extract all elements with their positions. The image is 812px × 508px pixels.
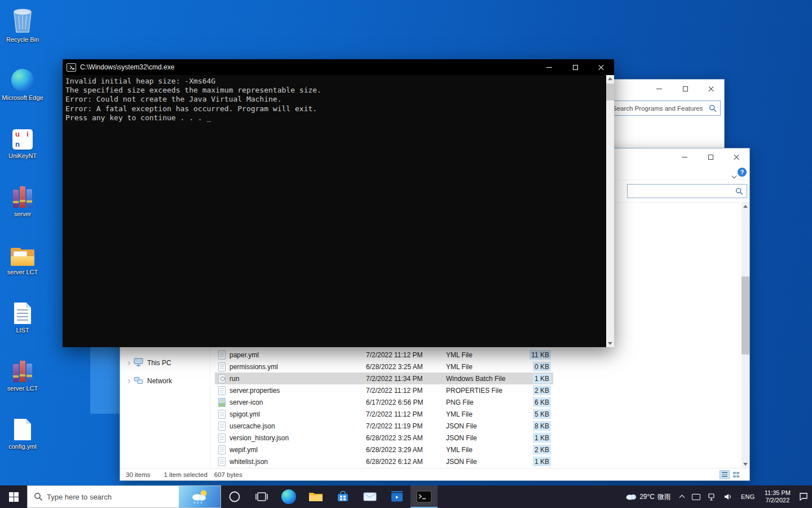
file-type: JSON File (446, 434, 525, 442)
file-type: YML File (446, 351, 525, 359)
task-view-button[interactable] (248, 485, 275, 508)
network-button[interactable] (704, 485, 720, 508)
desktop-icon-server-lct[interactable]: server LCT (1, 351, 44, 409)
network-icon (134, 376, 143, 386)
minimize-button[interactable] (672, 148, 698, 165)
desktop-icon-config-yml[interactable]: config.yml (1, 409, 44, 467)
console-line: Press any key to continue . . . _ (65, 113, 611, 122)
file-type-icon (218, 398, 226, 407)
scroll-down-icon[interactable] (608, 342, 612, 345)
console-line: Error: A fatal exception has occurred. P… (65, 104, 611, 113)
start-button[interactable] (0, 485, 27, 508)
file-name: run (230, 375, 366, 383)
sidebar-item-network[interactable]: Network (127, 374, 210, 388)
file-size: 5 KB (525, 410, 551, 418)
weather-temp: 29°C (639, 493, 655, 501)
scroll-up-icon[interactable] (743, 205, 748, 208)
programs-search-input[interactable] (608, 105, 709, 112)
file-type-icon (218, 386, 226, 395)
file-row[interactable]: wepif.yml6/28/2022 3:29 AMYML File2 KB (215, 444, 553, 456)
minimize-button[interactable] (536, 59, 562, 75)
taskbar-search-input[interactable] (47, 493, 176, 501)
explorer-search-input[interactable] (628, 188, 735, 195)
taskbar-movies-button[interactable] (383, 485, 411, 508)
details-view-button[interactable] (720, 471, 729, 479)
file-row[interactable]: usercache.json7/2/2022 11:19 PMJSON File… (215, 420, 553, 432)
maximize-button[interactable] (672, 80, 698, 98)
file-row[interactable]: server.properties7/2/2022 11:12 PMPROPER… (215, 384, 553, 396)
file-name: usercache.json (230, 422, 366, 430)
file-date-modified: 6/17/2022 6:56 PM (366, 398, 446, 406)
file-type-icon (218, 374, 226, 383)
search-highlight-weather-image[interactable] (179, 486, 220, 507)
unikey-icon: uin (12, 121, 33, 150)
scrollbar-thumb[interactable] (742, 277, 749, 354)
help-button[interactable]: ? (738, 168, 747, 177)
action-center-button[interactable] (795, 485, 812, 508)
wallpaper-light-beam (90, 347, 120, 414)
taskbar-edge-button[interactable] (275, 485, 302, 508)
sidebar-item-this-pc[interactable]: This PC (127, 356, 210, 370)
programs-search-box[interactable] (608, 100, 721, 116)
desktop-icon-label: UniKeyNT (8, 152, 37, 160)
desktop-icon-label: server LCT (7, 385, 38, 392)
taskbar-mail-button[interactable] (356, 485, 383, 508)
maximize-button[interactable] (698, 148, 723, 165)
taskbar-store-button[interactable] (329, 485, 356, 508)
tablet-mode-button[interactable] (688, 485, 704, 508)
scroll-up-icon[interactable] (608, 77, 612, 80)
folder-icon (11, 238, 34, 266)
taskbar-weather[interactable]: 29°C 微雨 (620, 492, 676, 502)
desktop-icon-microsoft-edge[interactable]: Microsoft Edge (1, 60, 44, 119)
windows-logo-icon (9, 492, 19, 502)
explorer-search-box[interactable] (627, 184, 747, 198)
file-row[interactable]: paper.yml7/2/2022 11:12 PMYML File11 KB (215, 349, 553, 361)
file-row[interactable]: run7/2/2022 11:34 PMWindows Batch File1 … (215, 373, 553, 384)
notification-icon (799, 493, 808, 501)
file-name: whitelist.json (230, 458, 366, 466)
desktop-icon-list[interactable]: LIST (1, 293, 44, 351)
file-name: spigot.yml (230, 410, 366, 418)
text-doc-icon (14, 296, 31, 324)
edge-icon (11, 63, 34, 91)
file-row[interactable]: permissions.yml6/28/2022 3:25 AMYML File… (215, 361, 553, 373)
cmd-titlebar[interactable]: C:\Windows\system32\cmd.exe (63, 59, 614, 75)
close-button[interactable] (723, 148, 749, 165)
file-type-icon (218, 351, 226, 360)
file-row[interactable]: server-icon6/17/2022 6:56 PMPNG File6 KB (215, 396, 553, 408)
file-date-modified: 7/2/2022 11:19 PM (366, 422, 446, 430)
cmd-console[interactable]: Invalid initial heap size: -Xms64GThe sp… (63, 75, 614, 347)
taskbar-file-explorer-button[interactable] (302, 485, 329, 508)
desktop-icon-server-lct[interactable]: server LCT (1, 235, 44, 293)
chevron-up-icon (679, 495, 685, 501)
taskbar-search[interactable] (27, 485, 221, 508)
desktop-icon-unikeynt[interactable]: uinUniKeyNT (1, 119, 44, 177)
thumbnails-view-button[interactable] (731, 471, 740, 479)
minimize-button[interactable] (646, 80, 672, 98)
cortana-button[interactable] (221, 485, 248, 508)
file-row[interactable]: version_history.json6/28/2022 3:25 AMJSO… (215, 432, 553, 444)
scrollbar-thumb[interactable] (606, 84, 614, 100)
search-icon (709, 104, 717, 112)
cmd-app-icon (67, 63, 76, 72)
desktop-icon-label: config.yml (8, 443, 37, 450)
close-button[interactable] (588, 59, 614, 75)
explorer-scrollbar[interactable] (742, 203, 749, 468)
file-row[interactable]: spigot.yml7/2/2022 11:12 PMYML File5 KB (215, 408, 553, 420)
scroll-down-icon[interactable] (743, 463, 748, 466)
cmd-icon (416, 491, 432, 503)
language-indicator[interactable]: ENG (736, 485, 760, 508)
taskbar-clock[interactable]: 11:35 PM 7/2/2022 (760, 489, 795, 504)
tray-overflow-button[interactable] (676, 485, 688, 508)
file-type: PROPERTIES File (446, 387, 525, 395)
cmd-scrollbar[interactable] (606, 75, 614, 347)
file-type: PNG File (446, 398, 525, 406)
volume-button[interactable] (720, 485, 736, 508)
desktop-icon-server[interactable]: server (1, 177, 44, 235)
file-row[interactable]: whitelist.json6/28/2022 6:12 AMJSON File… (215, 456, 553, 467)
maximize-button[interactable] (562, 59, 588, 75)
desktop-icon-recycle-bin[interactable]: Recycle Bin (1, 2, 44, 60)
ribbon-expand-button[interactable] (732, 170, 736, 180)
taskbar-cmd-button[interactable] (411, 485, 438, 508)
close-button[interactable] (698, 80, 724, 98)
